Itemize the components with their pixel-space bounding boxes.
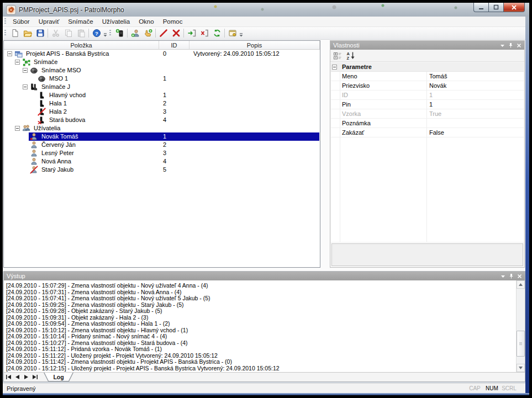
- property-value[interactable]: False: [426, 128, 524, 137]
- help-icon[interactable]: ?: [90, 28, 103, 39]
- toolbar-separator: [155, 29, 156, 38]
- scrollbar-thumb[interactable]: [517, 331, 525, 356]
- panel-close-icon[interactable]: [517, 271, 522, 281]
- tree-row-mso-1[interactable]: MSO 11: [4, 75, 320, 83]
- properties-panel-header[interactable]: Vlastnosti: [330, 41, 524, 50]
- open-folder-icon[interactable]: [21, 28, 34, 39]
- scroll-up-icon[interactable]: [517, 280, 525, 289]
- tab-first-icon[interactable]: [4, 373, 13, 381]
- tree-row-nov-k-tom[interactable]: Novák Tomáš1: [4, 132, 320, 141]
- collapse-expander-icon[interactable]: [15, 126, 20, 131]
- panel-menu-chevron-icon[interactable]: [501, 271, 505, 281]
- import-project-icon[interactable]: [185, 28, 198, 39]
- add-sample-icon[interactable]: [141, 28, 154, 39]
- new-document-icon[interactable]: [8, 28, 21, 39]
- collapse-expander-icon[interactable]: [23, 84, 28, 89]
- property-category-row[interactable]: Parametre: [331, 62, 524, 72]
- panel-menu-chevron-icon[interactable]: [500, 40, 505, 50]
- tab-last-icon[interactable]: [30, 373, 39, 381]
- disable-object-icon[interactable]: [157, 28, 170, 39]
- add-sensor-icon[interactable]: [113, 28, 126, 39]
- property-row-priezvisko[interactable]: PriezviskoNovák: [331, 81, 524, 91]
- property-row-margin: [331, 72, 340, 81]
- maximize-button[interactable]: [489, 3, 504, 12]
- collapse-expander-icon[interactable]: [7, 51, 12, 56]
- tree-row-sn-ma-e-mso[interactable]: Snímače MSO: [4, 66, 320, 75]
- tree-row-u-vatelia[interactable]: Užívatelia: [4, 124, 320, 132]
- tree-row-sn-ma-e[interactable]: Snímače: [4, 58, 320, 66]
- tree-item-label: Užívatelia: [32, 125, 62, 132]
- user-icon: [30, 141, 39, 149]
- property-row-zak-za[interactable]: ZakázaťFalse: [331, 128, 524, 137]
- property-value[interactable]: Novák: [426, 81, 524, 90]
- menu-sn-ma-e[interactable]: Snímače: [64, 17, 97, 26]
- scroll-down-icon[interactable]: [517, 364, 525, 372]
- copy-icon[interactable]: [62, 28, 75, 39]
- tree-row-erven-j-n[interactable]: Červený Ján2: [4, 141, 320, 149]
- workspace: PoložkaIDPopis Projekt APIS - Banská Bys…: [3, 40, 525, 272]
- toolbar-grip-handle[interactable]: [4, 30, 6, 36]
- property-value[interactable]: 1: [426, 91, 524, 99]
- menu-upravi[interactable]: Upraviť: [34, 17, 64, 26]
- panel-close-icon[interactable]: [517, 40, 522, 50]
- log-scrollbar[interactable]: [516, 280, 525, 372]
- save-icon[interactable]: [34, 28, 46, 39]
- tree-row-projekt-apis-bansk-bystrica[interactable]: Projekt APIS - Banská Bystrica0Vytvorený…: [4, 50, 320, 58]
- tree-row-sn-ma-e-j[interactable]: Snímače J: [4, 83, 320, 91]
- collapse-expander-icon[interactable]: [23, 68, 28, 73]
- property-value[interactable]: 1: [426, 100, 524, 109]
- log-line: [24.09.2010 - 15:11:42] - Zmena vlastnos…: [6, 359, 516, 365]
- tab-log[interactable]: Log: [44, 373, 73, 381]
- tree-row-hala-1[interactable]: Hala 12: [4, 99, 320, 108]
- delete-object-icon[interactable]: [170, 28, 182, 39]
- collapse-expander-icon[interactable]: [332, 65, 337, 70]
- menu-s-bor[interactable]: Súbor: [8, 17, 34, 26]
- menu-okno[interactable]: Okno: [134, 17, 159, 26]
- property-value[interactable]: [426, 119, 524, 128]
- sort-alphabetical-icon[interactable]: AZ: [345, 51, 356, 61]
- minimize-button[interactable]: [473, 3, 489, 12]
- property-row-vzorka[interactable]: VzorkaTrue: [331, 109, 524, 119]
- panel-pin-icon[interactable]: [509, 271, 514, 281]
- property-row-pozn-mka[interactable]: Poznámka: [331, 119, 524, 128]
- tree-row-lesn-peter[interactable]: Lesný Peter3: [4, 149, 320, 157]
- menubar-grip-handle[interactable]: [4, 18, 6, 25]
- j-device-disabled-icon: [38, 108, 46, 116]
- toolbar-overflow-icon[interactable]: [103, 28, 108, 39]
- paste-icon[interactable]: [75, 28, 87, 39]
- property-row-id[interactable]: ID1: [331, 91, 524, 100]
- column-header-popis[interactable]: Popis: [189, 41, 320, 50]
- toolbar-overflow-icon[interactable]: [239, 28, 244, 39]
- menu-u-vatelia[interactable]: Užívatelia: [98, 17, 135, 26]
- tree-row-hala-2[interactable]: Hala 23: [4, 108, 320, 116]
- property-name: ID: [340, 91, 426, 99]
- refresh-icon[interactable]: [210, 28, 223, 39]
- cut-icon[interactable]: [49, 28, 62, 39]
- panel-pin-icon[interactable]: [508, 40, 513, 50]
- column-header-polo-ka[interactable]: Položka: [4, 41, 159, 50]
- tab-next-icon[interactable]: [22, 373, 30, 381]
- property-value[interactable]: True: [426, 109, 524, 118]
- categorized-view-icon[interactable]: [332, 51, 343, 61]
- close-button[interactable]: [504, 3, 525, 12]
- object-properties-icon[interactable]: [226, 28, 239, 39]
- properties-toolbar: AZ: [330, 50, 524, 62]
- tree-row-hlavn-vchod[interactable]: Hlavný vchod1: [4, 91, 320, 99]
- property-row-meno[interactable]: MenoTomáš: [331, 72, 524, 81]
- tree-row-nov-anna[interactable]: Nová Anna4: [4, 157, 320, 166]
- tree-item-label: Hala 2: [48, 108, 69, 115]
- output-panel-header[interactable]: Výstup: [4, 272, 525, 280]
- tree-row-star-jakub[interactable]: Starý Jakub5: [4, 166, 320, 174]
- tree-row-star-budova[interactable]: Stará budova4: [4, 116, 320, 124]
- titlebar[interactable]: PMProject_APIS.psj - PatrolMorpho: [3, 3, 529, 17]
- collapse-expander-icon[interactable]: [15, 60, 20, 65]
- property-row-pin[interactable]: Pin1: [331, 100, 524, 109]
- tab-prev-icon[interactable]: [13, 373, 22, 381]
- toolbar-grip-handle[interactable]: [109, 30, 111, 36]
- tree-column-headers: PoložkaIDPopis: [4, 41, 320, 50]
- remove-project-icon[interactable]: [198, 28, 210, 39]
- add-user-icon[interactable]: [129, 28, 141, 39]
- property-value[interactable]: Tomáš: [426, 72, 524, 81]
- menu-pomoc[interactable]: Pomoc: [159, 17, 187, 26]
- column-header-id[interactable]: ID: [159, 41, 189, 50]
